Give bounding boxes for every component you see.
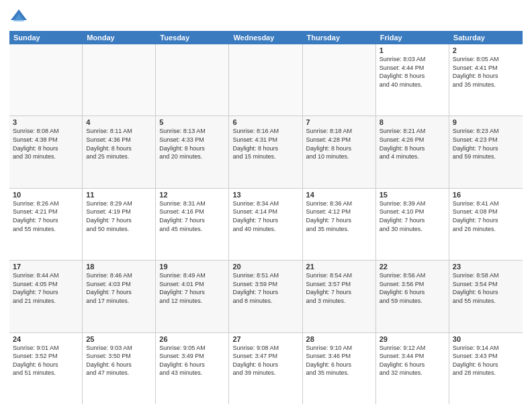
calendar-cell: 19Sunrise: 8:49 AM Sunset: 4:01 PM Dayli… (156, 261, 229, 332)
calendar-cell: 24Sunrise: 9:01 AM Sunset: 3:52 PM Dayli… (9, 333, 83, 404)
day-info: Sunrise: 8:41 AM Sunset: 4:08 PM Dayligh… (453, 199, 519, 233)
day-info: Sunrise: 8:13 AM Sunset: 4:33 PM Dayligh… (159, 127, 225, 161)
calendar-cell: 22Sunrise: 8:56 AM Sunset: 3:56 PM Dayli… (376, 261, 449, 332)
calendar-cell: 23Sunrise: 8:58 AM Sunset: 3:54 PM Dayli… (449, 261, 523, 332)
calendar-cell: 13Sunrise: 8:34 AM Sunset: 4:14 PM Dayli… (229, 189, 302, 260)
calendar-row: 24Sunrise: 9:01 AM Sunset: 3:52 PM Dayli… (9, 333, 523, 404)
calendar-cell: 7Sunrise: 8:18 AM Sunset: 4:28 PM Daylig… (303, 116, 376, 187)
day-number: 6 (232, 118, 298, 126)
calendar-cell: 30Sunrise: 9:14 AM Sunset: 3:43 PM Dayli… (449, 333, 523, 404)
day-info: Sunrise: 8:36 AM Sunset: 4:12 PM Dayligh… (306, 199, 372, 233)
day-info: Sunrise: 8:51 AM Sunset: 3:59 PM Dayligh… (232, 271, 298, 305)
calendar-cell: 12Sunrise: 8:31 AM Sunset: 4:16 PM Dayli… (156, 189, 229, 260)
day-number: 19 (159, 263, 225, 271)
calendar-cell: 6Sunrise: 8:16 AM Sunset: 4:31 PM Daylig… (229, 116, 302, 187)
calendar-cell: 17Sunrise: 8:44 AM Sunset: 4:05 PM Dayli… (9, 261, 83, 332)
day-info: Sunrise: 8:21 AM Sunset: 4:26 PM Dayligh… (380, 127, 445, 161)
weekday-header: Thursday (303, 31, 376, 44)
day-info: Sunrise: 8:18 AM Sunset: 4:28 PM Dayligh… (306, 127, 372, 161)
day-number: 23 (453, 263, 519, 271)
day-number: 21 (306, 263, 372, 271)
logo-icon (9, 7, 28, 26)
day-info: Sunrise: 8:54 AM Sunset: 3:57 PM Dayligh… (306, 271, 372, 305)
day-info: Sunrise: 8:49 AM Sunset: 4:01 PM Dayligh… (159, 271, 225, 305)
day-info: Sunrise: 9:12 AM Sunset: 3:44 PM Dayligh… (380, 344, 445, 377)
page: SundayMondayTuesdayWednesdayThursdayFrid… (0, 0, 532, 411)
day-number: 29 (380, 335, 445, 343)
day-number: 13 (232, 191, 298, 199)
day-number: 22 (380, 263, 445, 271)
day-info: Sunrise: 8:58 AM Sunset: 3:54 PM Dayligh… (453, 271, 519, 305)
calendar-cell: 11Sunrise: 8:29 AM Sunset: 4:19 PM Dayli… (83, 189, 156, 260)
calendar-cell (83, 44, 156, 116)
day-number: 30 (453, 335, 519, 343)
calendar-cell: 2Sunrise: 8:05 AM Sunset: 4:41 PM Daylig… (449, 44, 523, 116)
day-info: Sunrise: 9:14 AM Sunset: 3:43 PM Dayligh… (453, 344, 519, 377)
day-info: Sunrise: 8:46 AM Sunset: 4:03 PM Dayligh… (86, 271, 152, 305)
day-info: Sunrise: 9:03 AM Sunset: 3:50 PM Dayligh… (86, 344, 152, 377)
calendar-cell: 25Sunrise: 9:03 AM Sunset: 3:50 PM Dayli… (83, 333, 156, 404)
weekday-header: Friday (376, 31, 449, 44)
calendar-cell: 28Sunrise: 9:10 AM Sunset: 3:46 PM Dayli… (303, 333, 376, 404)
calendar-cell (303, 44, 376, 116)
calendar-cell: 29Sunrise: 9:12 AM Sunset: 3:44 PM Dayli… (376, 333, 449, 404)
calendar-row: 10Sunrise: 8:26 AM Sunset: 4:21 PM Dayli… (9, 189, 523, 261)
day-number: 20 (232, 263, 298, 271)
weekday-header: Saturday (449, 31, 523, 44)
weekday-header: Monday (83, 31, 156, 44)
calendar-cell (9, 44, 83, 116)
calendar-cell: 26Sunrise: 9:05 AM Sunset: 3:49 PM Dayli… (156, 333, 229, 404)
day-info: Sunrise: 8:44 AM Sunset: 4:05 PM Dayligh… (13, 271, 79, 305)
day-number: 15 (380, 191, 445, 199)
calendar-cell: 10Sunrise: 8:26 AM Sunset: 4:21 PM Dayli… (9, 189, 83, 260)
day-number: 4 (86, 118, 152, 126)
header (9, 7, 523, 26)
weekday-header: Wednesday (229, 31, 302, 44)
calendar: SundayMondayTuesdayWednesdayThursdayFrid… (9, 31, 523, 404)
calendar-header: SundayMondayTuesdayWednesdayThursdayFrid… (9, 31, 523, 44)
calendar-cell: 20Sunrise: 8:51 AM Sunset: 3:59 PM Dayli… (229, 261, 302, 332)
day-info: Sunrise: 8:26 AM Sunset: 4:21 PM Dayligh… (13, 199, 79, 233)
calendar-cell: 3Sunrise: 8:08 AM Sunset: 4:38 PM Daylig… (9, 116, 83, 187)
calendar-cell: 21Sunrise: 8:54 AM Sunset: 3:57 PM Dayli… (303, 261, 376, 332)
day-info: Sunrise: 8:56 AM Sunset: 3:56 PM Dayligh… (380, 271, 445, 305)
day-info: Sunrise: 8:34 AM Sunset: 4:14 PM Dayligh… (232, 199, 298, 233)
logo (9, 7, 31, 26)
day-info: Sunrise: 9:08 AM Sunset: 3:47 PM Dayligh… (232, 344, 298, 377)
day-info: Sunrise: 8:31 AM Sunset: 4:16 PM Dayligh… (159, 199, 225, 233)
calendar-cell: 1Sunrise: 8:03 AM Sunset: 4:44 PM Daylig… (376, 44, 449, 116)
calendar-row: 17Sunrise: 8:44 AM Sunset: 4:05 PM Dayli… (9, 261, 523, 332)
day-number: 16 (453, 191, 519, 199)
day-info: Sunrise: 9:01 AM Sunset: 3:52 PM Dayligh… (13, 344, 79, 377)
calendar-cell: 27Sunrise: 9:08 AM Sunset: 3:47 PM Dayli… (229, 333, 302, 404)
weekday-header: Tuesday (156, 31, 229, 44)
weekday-header: Sunday (9, 31, 83, 44)
day-number: 25 (86, 335, 152, 343)
calendar-cell: 5Sunrise: 8:13 AM Sunset: 4:33 PM Daylig… (156, 116, 229, 187)
calendar-row: 1Sunrise: 8:03 AM Sunset: 4:44 PM Daylig… (9, 44, 523, 116)
day-number: 7 (306, 118, 372, 126)
calendar-row: 3Sunrise: 8:08 AM Sunset: 4:38 PM Daylig… (9, 116, 523, 188)
day-number: 9 (453, 118, 519, 126)
day-info: Sunrise: 8:39 AM Sunset: 4:10 PM Dayligh… (380, 199, 445, 233)
calendar-cell (156, 44, 229, 116)
day-number: 24 (13, 335, 79, 343)
day-number: 11 (86, 191, 152, 199)
day-info: Sunrise: 8:23 AM Sunset: 4:23 PM Dayligh… (453, 127, 519, 161)
calendar-cell: 14Sunrise: 8:36 AM Sunset: 4:12 PM Dayli… (303, 189, 376, 260)
day-number: 14 (306, 191, 372, 199)
calendar-cell: 4Sunrise: 8:11 AM Sunset: 4:36 PM Daylig… (83, 116, 156, 187)
day-number: 8 (380, 118, 445, 126)
calendar-body: 1Sunrise: 8:03 AM Sunset: 4:44 PM Daylig… (9, 44, 523, 404)
day-info: Sunrise: 8:16 AM Sunset: 4:31 PM Dayligh… (232, 127, 298, 161)
day-number: 27 (232, 335, 298, 343)
calendar-cell: 9Sunrise: 8:23 AM Sunset: 4:23 PM Daylig… (449, 116, 523, 187)
day-number: 28 (306, 335, 372, 343)
calendar-cell: 8Sunrise: 8:21 AM Sunset: 4:26 PM Daylig… (376, 116, 449, 187)
calendar-cell (229, 44, 302, 116)
day-info: Sunrise: 9:10 AM Sunset: 3:46 PM Dayligh… (306, 344, 372, 377)
day-number: 2 (453, 46, 519, 54)
day-info: Sunrise: 8:11 AM Sunset: 4:36 PM Dayligh… (86, 127, 152, 161)
day-number: 5 (159, 118, 225, 126)
day-info: Sunrise: 8:03 AM Sunset: 4:44 PM Dayligh… (380, 55, 445, 89)
